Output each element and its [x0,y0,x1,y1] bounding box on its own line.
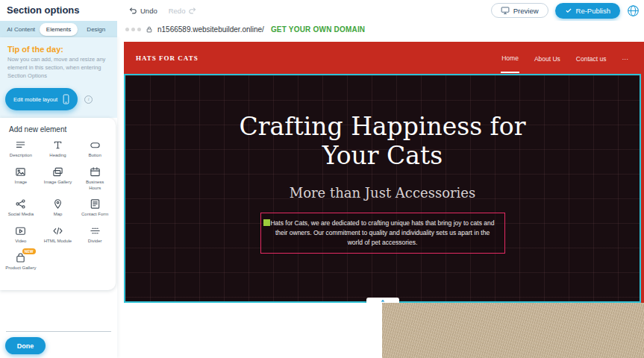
element-image[interactable]: Image [2,166,40,192]
element-description[interactable]: Description [2,139,40,159]
page-edge-strip [641,42,644,303]
element-product-gallery[interactable]: NEW Product Gallery [2,252,40,271]
next-section-image[interactable] [382,303,644,358]
tip-title: Tip of the day: [0,37,117,56]
button-icon [90,139,101,151]
redo-icon [188,7,197,15]
image-icon [15,166,26,178]
site-preview: HATS FOR CATS Home About Us Contact us ·… [124,42,644,358]
element-drag-handle[interactable] [263,219,270,226]
element-social-media[interactable]: Social Media [2,198,40,218]
element-divider[interactable]: Divider [76,225,113,245]
element-business-hours[interactable]: Business Hours [76,166,113,192]
edit-mobile-layout-button[interactable]: Edit mobile layout [5,88,78,110]
elements-grid: Description Heading Button Image Image G… [2,139,113,271]
tip-section: Tip of the day: Now you can add, move an… [0,37,117,118]
redo-button[interactable]: Redo [161,7,198,15]
lock-icon [146,25,153,34]
site-nav: Home About Us Contact us ··· [501,43,629,73]
element-html-module[interactable]: HTML Module [40,225,77,245]
address-bar: n1566589.websitebuilder.online/ GET YOUR… [117,21,644,37]
contact-form-icon [90,198,101,210]
hero-section[interactable]: Crafting Happiness for Your Cats More th… [124,74,641,303]
republish-button[interactable]: Re-Publish [555,3,620,19]
tab-ai-content[interactable]: AI Content [2,23,40,36]
video-icon [15,225,26,236]
element-video[interactable]: Video [2,225,40,245]
image-gallery-icon [52,166,63,178]
tab-elements[interactable]: Elements [40,23,77,36]
edit-mobile-label: Edit mobile layout [13,96,57,103]
nav-about-us[interactable]: About Us [534,44,561,72]
redo-label: Redo [169,7,186,15]
monitor-icon [501,6,510,15]
add-element-panel: Add new element Description Heading Butt… [0,118,116,290]
check-icon [565,7,572,14]
undo-label: Undo [140,7,157,15]
element-map[interactable]: Map [40,198,77,218]
hero-subheading[interactable]: More than Just Accessories [290,185,476,201]
html-module-icon [52,225,63,236]
add-element-title: Add new element [2,125,113,134]
mobile-phone-icon [63,94,69,104]
sidebar-divider [6,331,111,332]
map-icon [52,198,63,210]
heading-icon [52,139,63,151]
site-canvas: HATS FOR CATS Home About Us Contact us ·… [124,42,641,303]
business-hours-icon [90,166,101,178]
republish-label: Re-Publish [576,7,610,15]
site-logo[interactable]: HATS FOR CATS [136,54,198,62]
nav-more-icon[interactable]: ··· [622,44,630,72]
preview-label: Preview [513,7,539,15]
divider-icon [90,225,101,236]
site-url: n1566589.websitebuilder.online/ [157,25,264,34]
site-header[interactable]: HATS FOR CATS Home About Us Contact us ·… [124,42,641,74]
page-title: Section options [7,4,80,16]
language-globe-icon[interactable] [627,4,640,17]
element-button[interactable]: Button [76,139,113,159]
sidebar-tabs: AI Content Elements Design [0,21,117,37]
done-button[interactable]: Done [5,337,46,354]
history-controls: Undo Redo [128,0,197,21]
edit-mobile-row: Edit mobile layout i [5,88,93,110]
new-badge: NEW [22,248,36,254]
hero-heading[interactable]: Crafting Happiness for Your Cats [240,113,526,171]
nav-home[interactable]: Home [501,43,519,73]
topbar-actions: Preview Re-Publish [491,2,640,19]
next-section-left[interactable] [124,303,382,358]
preview-button[interactable]: Preview [491,3,548,18]
undo-button[interactable]: Undo [128,7,157,15]
undo-icon [128,7,137,15]
tip-body: Now you can add, move and resize any ele… [0,56,117,81]
tab-design[interactable]: Design [78,23,115,36]
hero-text-box[interactable]: Hats for Cats, we are dedicated to craft… [260,213,505,254]
hero-body-text: Hats for Cats, we are dedicated to craft… [270,219,494,246]
window-dots-icon [125,28,141,31]
element-image-gallery[interactable]: Image Gallery [40,166,77,192]
nav-contact-us[interactable]: Contact us [575,44,607,72]
app-window: Section options Undo Redo Preview Re-Pub… [0,0,644,358]
element-heading[interactable]: Heading [40,139,77,159]
info-icon[interactable]: i [84,95,93,104]
sidebar: Tip of the day: Now you can add, move an… [0,37,117,358]
element-contact-form[interactable]: Contact Form [76,198,113,218]
description-icon [15,139,26,151]
social-media-icon [15,198,26,210]
topbar: Section options Undo Redo Preview Re-Pub… [0,0,644,21]
get-domain-link[interactable]: GET YOUR OWN DOMAIN [271,25,365,34]
